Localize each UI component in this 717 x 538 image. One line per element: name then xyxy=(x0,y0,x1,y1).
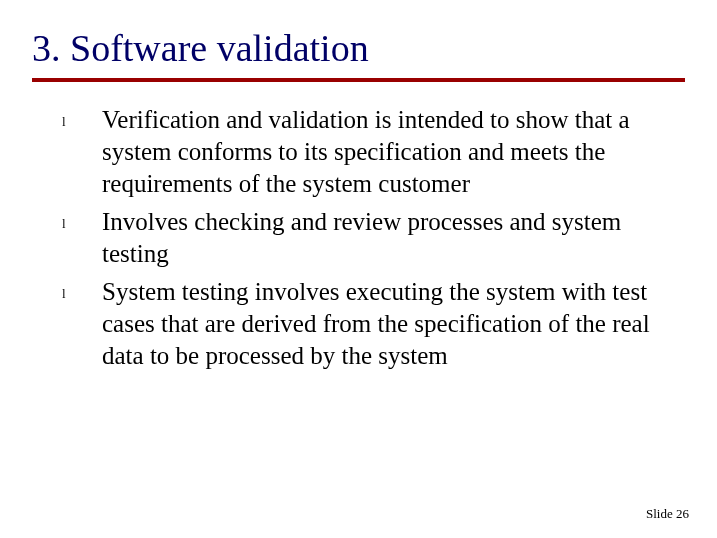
slide-footer: Slide 26 xyxy=(646,506,689,522)
bullet-text: Verification and validation is intended … xyxy=(102,104,661,200)
slide-body: l Verification and validation is intende… xyxy=(62,104,661,378)
footer-label: Slide xyxy=(646,506,673,521)
bullet-marker-icon: l xyxy=(62,104,102,130)
bullet-text: System testing involves executing the sy… xyxy=(102,276,661,372)
bullet-item: l System testing involves executing the … xyxy=(62,276,661,372)
footer-page-number: 26 xyxy=(676,506,689,521)
bullet-item: l Verification and validation is intende… xyxy=(62,104,661,200)
bullet-item: l Involves checking and review processes… xyxy=(62,206,661,270)
slide-title: 3. Software validation xyxy=(32,26,685,76)
bullet-text: Involves checking and review processes a… xyxy=(102,206,661,270)
title-block: 3. Software validation xyxy=(32,26,685,82)
bullet-marker-icon: l xyxy=(62,276,102,302)
slide: 3. Software validation l Verification an… xyxy=(0,0,717,538)
title-underline xyxy=(32,78,685,82)
bullet-marker-icon: l xyxy=(62,206,102,232)
